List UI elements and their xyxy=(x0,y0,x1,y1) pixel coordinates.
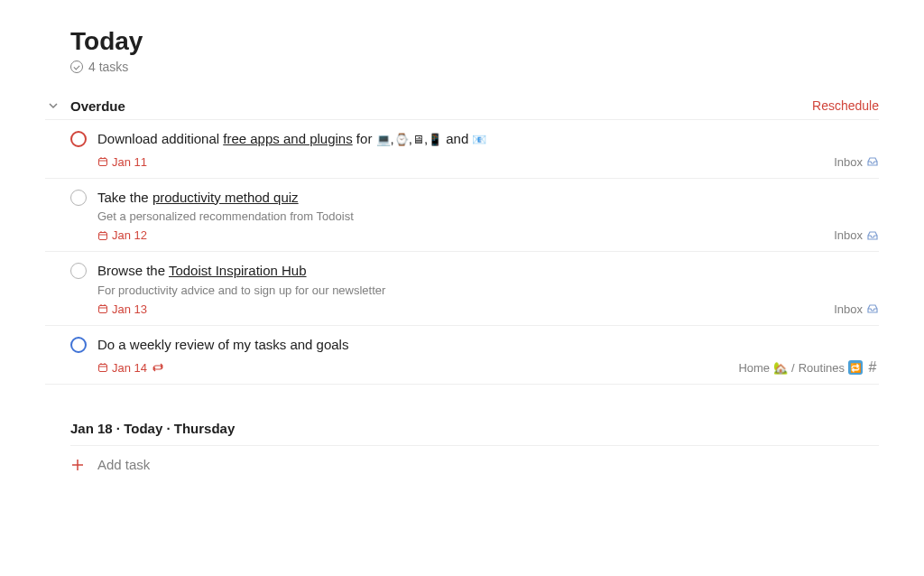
check-circle-icon xyxy=(70,60,83,73)
watch-icon: ⌚ xyxy=(394,131,409,149)
add-task-label: Add task xyxy=(97,457,150,472)
calendar-icon xyxy=(97,303,108,314)
calendar-icon xyxy=(97,230,108,241)
today-date-header: Jan 18 · Today · Thursday xyxy=(70,421,879,446)
task-row[interactable]: Browse the Todoist Inspiration Hub For p… xyxy=(45,252,879,326)
task-project[interactable]: Inbox xyxy=(834,302,879,316)
routines-badge-icon: 🔁 xyxy=(848,360,863,375)
hash-icon: # xyxy=(866,361,879,374)
calendar-icon xyxy=(97,156,108,167)
laptop-icon: 💻 xyxy=(376,131,391,149)
task-description: Get a personalized recommendation from T… xyxy=(97,209,879,223)
plus-icon xyxy=(70,458,85,472)
phone-icon: 📱 xyxy=(428,131,442,149)
inbox-icon xyxy=(866,229,879,242)
task-row[interactable]: Download additional free apps and plugin… xyxy=(45,120,879,179)
repeat-icon xyxy=(152,362,163,373)
add-task-button[interactable]: Add task xyxy=(70,446,879,483)
page-title: Today xyxy=(70,27,879,56)
task-checkbox[interactable] xyxy=(70,131,87,147)
task-description: For productivity advice and to sign up f… xyxy=(97,283,879,297)
task-date[interactable]: Jan 13 xyxy=(97,302,147,316)
task-date[interactable]: Jan 12 xyxy=(97,228,147,242)
task-project[interactable]: Home 🏡 / Routines 🔁 # xyxy=(738,360,879,375)
task-count: 4 tasks xyxy=(70,60,879,74)
task-date[interactable]: Jan 14 xyxy=(97,361,163,375)
overdue-section-header: Overdue Reschedule xyxy=(45,92,879,120)
inbox-icon xyxy=(866,155,879,168)
chevron-down-icon[interactable] xyxy=(45,98,61,114)
task-row[interactable]: Take the productivity method quiz Get a … xyxy=(45,179,879,253)
calendar-icon xyxy=(97,362,108,373)
svg-rect-8 xyxy=(99,306,107,313)
task-title: Take the productivity method quiz xyxy=(97,188,879,209)
task-date[interactable]: Jan 11 xyxy=(97,155,147,169)
task-checkbox[interactable] xyxy=(70,337,87,353)
overdue-task-list: Download additional free apps and plugin… xyxy=(45,120,879,385)
overdue-title: Overdue xyxy=(70,98,125,114)
inbox-icon xyxy=(866,302,879,315)
mail-icon: 📧 xyxy=(472,131,486,149)
task-row[interactable]: Do a weekly review of my tasks and goals… xyxy=(45,326,879,386)
house-icon: 🏡 xyxy=(773,361,788,375)
task-checkbox[interactable] xyxy=(70,190,87,206)
task-title: Do a weekly review of my tasks and goals xyxy=(97,335,879,356)
task-project[interactable]: Inbox xyxy=(834,155,879,169)
task-title: Browse the Todoist Inspiration Hub xyxy=(97,261,879,282)
task-checkbox[interactable] xyxy=(70,263,87,279)
task-count-text: 4 tasks xyxy=(88,60,128,74)
reschedule-link[interactable]: Reschedule xyxy=(812,98,879,113)
desktop-icon: 🖥 xyxy=(412,131,424,149)
svg-rect-4 xyxy=(99,232,107,239)
svg-rect-12 xyxy=(99,365,107,372)
svg-rect-0 xyxy=(99,159,107,166)
task-project[interactable]: Inbox xyxy=(834,228,879,242)
task-title: Download additional free apps and plugin… xyxy=(97,129,879,150)
